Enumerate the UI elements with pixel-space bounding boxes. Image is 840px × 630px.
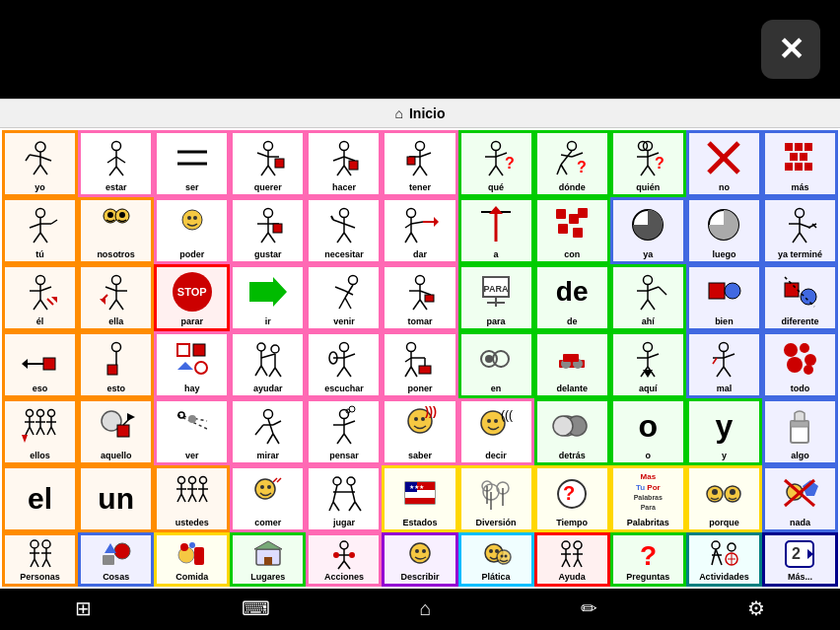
svg-line-101 — [411, 233, 417, 243]
cell-con[interactable]: con — [534, 197, 610, 264]
cell-ella[interactable]: ella — [78, 264, 154, 331]
cell-aqui[interactable]: aquí — [610, 331, 686, 398]
cell-en[interactable]: en — [458, 331, 534, 398]
cell-algo[interactable]: algo — [762, 398, 838, 465]
svg-line-45 — [561, 155, 572, 157]
cell-detras[interactable]: detrás — [534, 398, 610, 465]
cell-describir[interactable]: Describir — [382, 532, 457, 587]
cell-pensar[interactable]: pensar — [306, 398, 382, 465]
cell-porque[interactable]: porque — [686, 465, 762, 532]
cell-donde[interactable]: ? dónde — [534, 130, 610, 197]
keyboard-toolbar-icon[interactable]: ⌨ — [242, 596, 270, 620]
cell-todo[interactable]: todo — [762, 331, 838, 398]
svg-rect-341 — [103, 555, 114, 565]
cell-ir[interactable]: ir — [230, 264, 306, 331]
cell-ellos[interactable]: ellos — [2, 398, 78, 465]
cell-esto[interactable]: esto — [78, 331, 154, 398]
cell-a[interactable]: a — [458, 197, 534, 264]
cell-hay[interactable]: hay — [154, 331, 230, 398]
pencil-toolbar-icon[interactable]: ✏ — [581, 596, 597, 620]
o-label: o — [644, 451, 654, 462]
cell-no[interactable]: no — [686, 130, 762, 197]
cell-jugar[interactable]: jugar — [306, 465, 382, 532]
cell-necesitar[interactable]: necesitar — [306, 197, 382, 264]
grid-row-6: el un — [2, 465, 838, 532]
cell-poner[interactable]: poner — [382, 331, 457, 398]
necesitar-label: necesitar — [322, 249, 366, 261]
cell-poder[interactable]: poder — [154, 197, 230, 264]
cell-ustedes[interactable]: ustedes — [154, 465, 230, 532]
svg-line-159 — [648, 287, 659, 291]
cell-mas[interactable]: más — [762, 130, 838, 197]
cell-preguntas[interactable]: ? Preguntas — [610, 532, 686, 587]
cell-bien[interactable]: bien — [686, 264, 762, 331]
cell-ser[interactable]: ser — [154, 130, 230, 197]
cell-nada[interactable]: nada — [762, 465, 838, 532]
close-button[interactable]: ✕ — [761, 20, 820, 79]
svg-point-356 — [333, 552, 339, 558]
cell-luego[interactable]: luego — [686, 197, 762, 264]
cell-palabritas[interactable]: Mas Tu Por PalabrasPara Palabritas — [610, 465, 686, 532]
cell-comida[interactable]: Comida — [154, 532, 230, 587]
cell-mal[interactable]: mal — [686, 331, 762, 398]
cell-parar[interactable]: STOP parar — [154, 264, 230, 331]
cell-ver[interactable]: ver — [154, 398, 230, 465]
cell-ayuda[interactable]: Ayuda — [534, 532, 610, 587]
cell-tu[interactable]: tú — [2, 197, 78, 264]
cell-gustar[interactable]: gustar — [230, 197, 306, 264]
cell-lugares[interactable]: Lugares — [230, 532, 306, 587]
grid-row-5: ellos aquello — [2, 398, 838, 465]
home-toolbar-icon[interactable]: ⌂ — [419, 597, 431, 620]
cell-nosotros[interactable]: nosotros — [78, 197, 154, 264]
gear-toolbar-icon[interactable]: ⚙ — [747, 596, 765, 620]
cell-aquello[interactable]: aquello — [78, 398, 154, 465]
cell-ya-termine[interactable]: ya terminé — [762, 197, 838, 264]
cell-el-article[interactable]: el — [2, 465, 78, 532]
cell-tener[interactable]: tener — [382, 130, 457, 197]
cell-platica[interactable]: Plática — [458, 532, 534, 587]
cell-para[interactable]: PARA para — [458, 264, 534, 331]
cell-o[interactable]: o o — [610, 398, 686, 465]
cell-querer[interactable]: querer — [230, 130, 306, 197]
cell-ya[interactable]: ya — [610, 197, 686, 264]
cell-tomar[interactable]: tomar — [382, 264, 457, 331]
cell-mas-nav[interactable]: 2 Más... — [762, 532, 838, 587]
cell-decir[interactable]: ((( decir — [458, 398, 534, 465]
cell-ahi[interactable]: ahí — [610, 264, 686, 331]
cell-saber[interactable]: ))) saber — [382, 398, 457, 465]
cell-diferente[interactable]: diferente — [762, 264, 838, 331]
svg-line-134 — [109, 300, 116, 310]
cell-tiempo[interactable]: ? Tiempo — [534, 465, 610, 532]
aquello-icon — [81, 401, 151, 451]
cell-dar[interactable]: dar — [382, 197, 457, 264]
cell-de[interactable]: de de — [534, 264, 610, 331]
cell-quien[interactable]: ? quién — [610, 130, 686, 197]
acciones-label: Acciones — [322, 572, 366, 584]
cell-acciones[interactable]: Acciones — [306, 532, 382, 587]
cell-actividades[interactable]: Actividades — [686, 532, 762, 587]
svg-line-18 — [268, 166, 275, 175]
tener-label: tener — [407, 182, 433, 194]
cell-escuchar[interactable]: escuchar — [306, 331, 382, 398]
cell-yo[interactable]: yo — [2, 130, 78, 197]
cell-que[interactable]: ? qué — [458, 130, 534, 197]
grid-toolbar-icon[interactable]: ⊞ — [75, 596, 92, 620]
cell-venir[interactable]: venir — [306, 264, 382, 331]
cell-mirar[interactable]: mirar — [230, 398, 306, 465]
svg-point-204 — [485, 355, 493, 363]
estados-label: Estados — [401, 518, 440, 529]
cell-y[interactable]: y y — [686, 398, 762, 465]
cell-el[interactable]: él — [2, 264, 78, 331]
cell-hacer[interactable]: hacer — [306, 130, 382, 197]
cell-personas[interactable]: Personas — [2, 532, 78, 587]
cell-ayudar[interactable]: ayudar — [230, 331, 306, 398]
cell-eso[interactable]: eso — [2, 331, 78, 398]
cell-comer[interactable]: comer — [230, 465, 306, 532]
svg-marker-170 — [22, 359, 28, 369]
cell-un-article[interactable]: un — [78, 465, 154, 532]
cell-estar[interactable]: estar — [78, 130, 154, 197]
cell-delante[interactable]: delante — [534, 331, 610, 398]
cell-diversion[interactable]: Diversión — [458, 465, 534, 532]
cell-estados[interactable]: ★★★ Estados — [382, 465, 457, 532]
cell-cosas[interactable]: Cosas — [78, 532, 154, 587]
